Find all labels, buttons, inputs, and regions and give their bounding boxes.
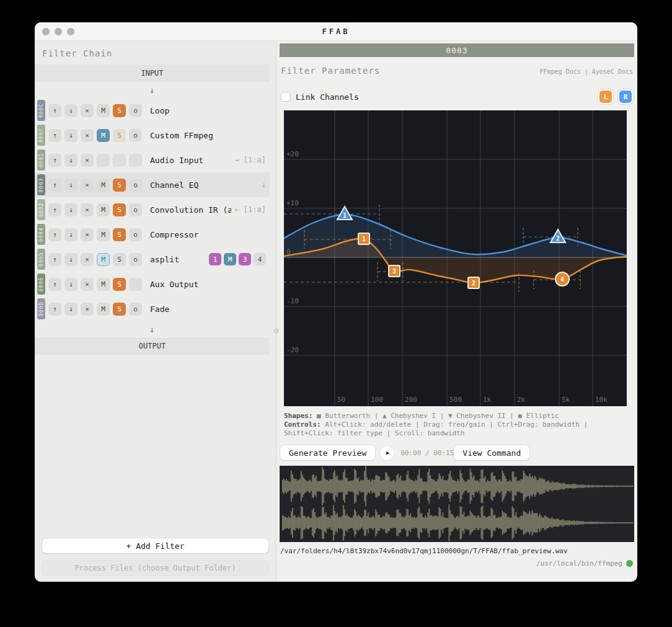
bypass-button[interactable]: o <box>129 179 142 192</box>
filter-chain-sidebar: Filter Chain INPUT ↓ 000C↑↓×MSoLoop0007↑… <box>35 41 276 582</box>
mute-button[interactable]: M <box>97 179 110 192</box>
bypass-slot[interactable] <box>129 154 142 167</box>
move-up-button[interactable]: ↑ <box>48 278 61 291</box>
move-up-button[interactable]: ↑ <box>48 253 61 266</box>
remove-button[interactable]: × <box>81 154 94 167</box>
svg-text:10k: 10k <box>595 396 608 404</box>
splitter-handle[interactable] <box>273 328 279 334</box>
remove-button[interactable]: × <box>81 228 94 241</box>
sidebar-title: Filter Chain <box>35 41 276 64</box>
filter-row[interactable]: 0005↑↓×MSoasplit1M34 <box>35 247 270 272</box>
bypass-button[interactable]: o <box>129 129 142 142</box>
output-badge[interactable]: 1 <box>209 253 221 265</box>
svg-text:2: 2 <box>472 280 475 287</box>
app-window: FFAB Filter Chain INPUT ↓ 000C↑↓×MSoLoop… <box>35 22 637 582</box>
mute-button[interactable]: M <box>97 129 110 142</box>
filter-row[interactable]: 0001↑↓×Audio Input→ [1:a] <box>35 148 270 172</box>
channel-left-button[interactable]: L <box>598 89 613 104</box>
output-badge[interactable]: 3 <box>239 253 251 265</box>
bypass-button[interactable]: o <box>129 303 142 316</box>
filter-row[interactable]: 0007↑↓×MSoCustom FFmpeg <box>35 123 270 148</box>
solo-button[interactable]: S <box>113 278 126 291</box>
output-badges: 1M34 <box>209 253 266 265</box>
move-up-button[interactable]: ↑ <box>48 303 61 316</box>
move-up-button[interactable]: ↑ <box>48 129 61 142</box>
solo-slot[interactable] <box>113 154 126 167</box>
output-header: OUTPUT <box>35 337 270 355</box>
svg-text:200: 200 <box>405 396 417 404</box>
move-down-button[interactable]: ↓ <box>64 154 77 167</box>
bypass-button[interactable]: o <box>129 104 142 117</box>
svg-text:3: 3 <box>392 268 396 275</box>
mute-button[interactable]: M <box>97 104 110 117</box>
remove-button[interactable]: × <box>81 253 94 266</box>
move-up-button[interactable]: ↑ <box>48 179 61 192</box>
routing-label: ← [1:a] <box>234 205 266 214</box>
svg-text:4: 4 <box>560 276 564 283</box>
move-down-button[interactable]: ↓ <box>64 129 77 142</box>
move-down-button[interactable]: ↓ <box>64 228 77 241</box>
ffmpeg-docs-link[interactable]: FFmpeg Docs <box>540 68 581 75</box>
status-bar: /usr/local/bin/ffmpeg <box>280 559 634 571</box>
play-button[interactable]: ▶ <box>380 446 394 460</box>
routing-label: ↓ <box>262 180 266 189</box>
remove-button[interactable]: × <box>81 303 94 316</box>
filter-row[interactable]: 0003↑↓×MSoChannel EQ↓ <box>35 172 270 197</box>
move-down-button[interactable]: ↓ <box>64 179 77 192</box>
output-badge[interactable]: 4 <box>254 253 266 265</box>
move-down-button[interactable]: ↓ <box>64 104 77 117</box>
mute-button[interactable]: M <box>97 203 110 216</box>
link-channels-label: Link Channels <box>296 92 359 102</box>
waveform-display[interactable] <box>280 466 634 542</box>
bypass-button[interactable]: o <box>129 203 142 216</box>
move-up-button[interactable]: ↑ <box>48 154 61 167</box>
move-down-button[interactable]: ↓ <box>64 253 77 266</box>
filter-id-tag: 0003 <box>37 174 45 195</box>
move-down-button[interactable]: ↓ <box>64 203 77 216</box>
solo-button[interactable]: S <box>113 104 126 117</box>
move-down-button[interactable]: ↓ <box>64 303 77 316</box>
add-filter-button[interactable]: + Add Filter <box>42 538 268 553</box>
link-channels-checkbox[interactable] <box>281 92 291 102</box>
mute-slot[interactable] <box>97 154 110 167</box>
filter-id-tag: 0005 <box>37 249 45 270</box>
filter-row[interactable]: 0004↑↓×MSoCompressor <box>35 222 270 247</box>
solo-button[interactable]: S <box>113 179 126 192</box>
bypass-button[interactable]: o <box>129 228 142 241</box>
solo-button[interactable]: S <box>113 303 126 316</box>
output-badge[interactable]: M <box>224 253 236 265</box>
svg-text:5k: 5k <box>562 396 570 404</box>
move-up-button[interactable]: ↑ <box>48 104 61 117</box>
mute-button[interactable]: M <box>97 303 110 316</box>
solo-button[interactable]: S <box>113 203 126 216</box>
remove-button[interactable]: × <box>81 203 94 216</box>
filter-row[interactable]: 0006↑↓×MSAux Output <box>35 272 270 296</box>
remove-button[interactable]: × <box>81 278 94 291</box>
solo-button[interactable]: S <box>113 129 126 142</box>
bypass-button[interactable]: o <box>129 253 142 266</box>
view-command-button[interactable]: View Command <box>454 445 529 460</box>
remove-button[interactable]: × <box>81 129 94 142</box>
bypass-slot[interactable] <box>129 278 142 291</box>
process-files-button[interactable]: Process Files (choose Output Folder) <box>42 561 268 576</box>
eq-graph[interactable]: +20+100-10-20501002005001k2k5k10k121324 <box>284 110 627 406</box>
filter-row[interactable]: 000D↑↓×MSoFade <box>35 296 270 321</box>
filter-row[interactable]: 000C↑↓×MSoLoop <box>35 98 270 123</box>
move-up-button[interactable]: ↑ <box>48 228 61 241</box>
solo-button[interactable]: S <box>113 228 126 241</box>
generate-preview-button[interactable]: Generate Preview <box>280 445 375 460</box>
move-up-button[interactable]: ↑ <box>48 203 61 216</box>
mute-button[interactable]: M <box>97 253 110 266</box>
filter-row[interactable]: 0002↑↓×MSoConvolution IR (afir← [1:a] <box>35 197 270 222</box>
channel-right-button[interactable]: R <box>618 89 633 104</box>
ayosec-docs-link[interactable]: AyoseC Docs <box>592 68 633 75</box>
move-down-button[interactable]: ↓ <box>64 278 77 291</box>
selected-filter-banner: 0003 <box>280 43 634 57</box>
filter-label: Aux Output <box>150 280 198 289</box>
mute-button[interactable]: M <box>97 278 110 291</box>
filter-label: Convolution IR (afir <box>150 205 231 215</box>
remove-button[interactable]: × <box>81 104 94 117</box>
solo-button[interactable]: S <box>113 253 126 266</box>
remove-button[interactable]: × <box>81 179 94 192</box>
mute-button[interactable]: M <box>97 228 110 241</box>
